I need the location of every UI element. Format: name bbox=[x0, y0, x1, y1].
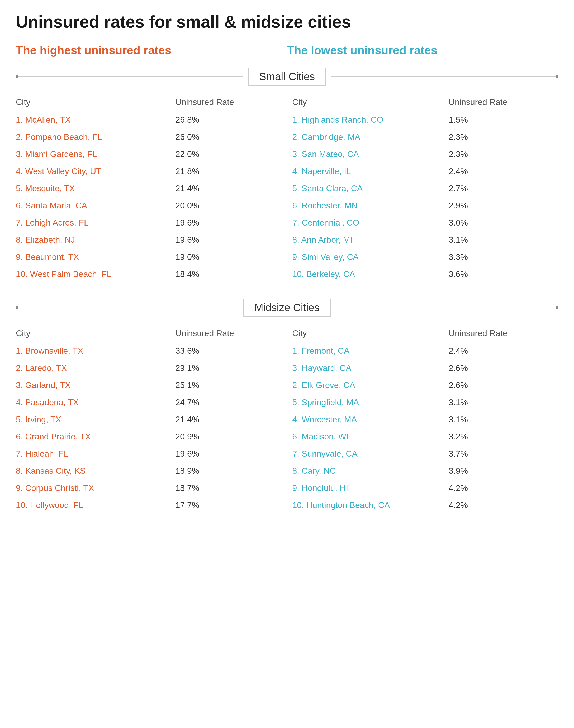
small-cities-lowest-table: City Uninsured Rate 1. Highlands Ranch, … bbox=[292, 94, 553, 283]
rate-cell: 24.7% bbox=[175, 394, 282, 411]
table-row: 4. Worcester, MA3.1% bbox=[292, 411, 553, 428]
rate-cell: 4.2% bbox=[449, 497, 553, 514]
table-row: 2. Cambridge, MA2.3% bbox=[292, 129, 553, 146]
city-name-cell: 2. Elk Grove, CA bbox=[292, 377, 449, 394]
city-name-cell: 6. Madison, WI bbox=[292, 428, 449, 445]
midsize-high-city-header: City bbox=[16, 325, 175, 343]
midsize-cities-lowest: City Uninsured Rate 1. Fremont, CA2.4%3.… bbox=[287, 325, 559, 514]
rate-cell: 19.6% bbox=[175, 445, 282, 462]
midsize-divider-line-right bbox=[336, 308, 558, 308]
city-name-cell: 2. Cambridge, MA bbox=[292, 129, 449, 146]
small-cities-label: Small Cities bbox=[248, 67, 326, 86]
table-row: 2. Pompano Beach, FL26.0% bbox=[16, 129, 282, 146]
city-name-cell: 10. West Palm Beach, FL bbox=[16, 266, 175, 283]
city-name-cell: 5. Springfield, MA bbox=[292, 394, 449, 411]
city-name-cell: 8. Elizabeth, NJ bbox=[16, 231, 175, 248]
table-row: 1. Brownsville, TX33.6% bbox=[16, 343, 282, 360]
rate-cell: 20.0% bbox=[175, 197, 282, 214]
rate-cell: 3.6% bbox=[449, 266, 553, 283]
table-row: 4. Naperville, IL2.4% bbox=[292, 163, 553, 180]
city-name-cell: 7. Hialeah, FL bbox=[16, 445, 175, 462]
city-name-cell: 8. Ann Arbor, MI bbox=[292, 231, 449, 248]
city-name-cell: 9. Beaumont, TX bbox=[16, 248, 175, 266]
rate-cell: 29.1% bbox=[175, 360, 282, 377]
city-name-cell: 1. McAllen, TX bbox=[16, 111, 175, 129]
city-name-cell: 3. Hayward, CA bbox=[292, 360, 449, 377]
city-name-cell: 2. Pompano Beach, FL bbox=[16, 129, 175, 146]
city-name-cell: 4. Pasadena, TX bbox=[16, 394, 175, 411]
city-name-cell: 4. Worcester, MA bbox=[292, 411, 449, 428]
city-name-cell: 2. Laredo, TX bbox=[16, 360, 175, 377]
rate-cell: 25.1% bbox=[175, 377, 282, 394]
city-name-cell: 8. Kansas City, KS bbox=[16, 462, 175, 480]
rate-cell: 3.1% bbox=[449, 231, 553, 248]
city-name-cell: 6. Santa Maria, CA bbox=[16, 197, 175, 214]
rate-cell: 33.6% bbox=[175, 343, 282, 360]
rate-cell: 19.6% bbox=[175, 231, 282, 248]
table-row: 8. Kansas City, KS18.9% bbox=[16, 462, 282, 480]
table-row: 10. Huntington Beach, CA4.2% bbox=[292, 497, 553, 514]
rate-cell: 1.5% bbox=[449, 111, 553, 129]
city-name-cell: 5. Santa Clara, CA bbox=[292, 180, 449, 197]
small-cities-section: City Uninsured Rate 1. McAllen, TX26.8%2… bbox=[16, 94, 558, 283]
rate-cell: 2.3% bbox=[449, 146, 553, 163]
city-name-cell: 4. Naperville, IL bbox=[292, 163, 449, 180]
table-row: 8. Ann Arbor, MI3.1% bbox=[292, 231, 553, 248]
city-name-cell: 1. Brownsville, TX bbox=[16, 343, 175, 360]
city-name-cell: 3. San Mateo, CA bbox=[292, 146, 449, 163]
city-name-cell: 4. West Valley City, UT bbox=[16, 163, 175, 180]
table-row: 7. Hialeah, FL19.6% bbox=[16, 445, 282, 462]
rate-cell: 3.7% bbox=[449, 445, 553, 462]
rate-cell: 19.0% bbox=[175, 248, 282, 266]
table-row: 8. Elizabeth, NJ19.6% bbox=[16, 231, 282, 248]
rate-cell: 21.4% bbox=[175, 411, 282, 428]
small-low-city-header: City bbox=[292, 94, 449, 111]
rate-cell: 26.0% bbox=[175, 129, 282, 146]
city-name-cell: 10. Berkeley, CA bbox=[292, 266, 449, 283]
rate-cell: 26.8% bbox=[175, 111, 282, 129]
table-row: 5. Irving, TX21.4% bbox=[16, 411, 282, 428]
table-row: 8. Cary, NC3.9% bbox=[292, 462, 553, 480]
rate-cell: 17.7% bbox=[175, 497, 282, 514]
rate-cell: 19.6% bbox=[175, 214, 282, 231]
rate-cell: 2.9% bbox=[449, 197, 553, 214]
rate-cell: 2.3% bbox=[449, 129, 553, 146]
city-name-cell: 10. Huntington Beach, CA bbox=[292, 497, 449, 514]
rate-cell: 3.1% bbox=[449, 411, 553, 428]
table-row: 4. West Valley City, UT21.8% bbox=[16, 163, 282, 180]
city-name-cell: 9. Honolulu, HI bbox=[292, 480, 449, 497]
table-row: 10. West Palm Beach, FL18.4% bbox=[16, 266, 282, 283]
rate-cell: 2.7% bbox=[449, 180, 553, 197]
city-name-cell: 7. Sunnyvale, CA bbox=[292, 445, 449, 462]
city-name-cell: 3. Miami Gardens, FL bbox=[16, 146, 175, 163]
rate-cell: 3.2% bbox=[449, 428, 553, 445]
table-row: 9. Corpus Christi, TX18.7% bbox=[16, 480, 282, 497]
table-row: 9. Honolulu, HI4.2% bbox=[292, 480, 553, 497]
table-row: 4. Pasadena, TX24.7% bbox=[16, 394, 282, 411]
rate-cell: 3.0% bbox=[449, 214, 553, 231]
table-row: 9. Beaumont, TX19.0% bbox=[16, 248, 282, 266]
rate-cell: 21.4% bbox=[175, 180, 282, 197]
table-row: 1. Highlands Ranch, CO1.5% bbox=[292, 111, 553, 129]
table-row: 1. McAllen, TX26.8% bbox=[16, 111, 282, 129]
small-high-rate-header: Uninsured Rate bbox=[175, 94, 282, 111]
midsize-low-city-header: City bbox=[292, 325, 449, 343]
midsize-cities-section: City Uninsured Rate 1. Brownsville, TX33… bbox=[16, 325, 558, 514]
highest-header: The highest uninsured rates bbox=[16, 44, 287, 57]
midsize-low-rate-header: Uninsured Rate bbox=[449, 325, 553, 343]
city-name-cell: 7. Lehigh Acres, FL bbox=[16, 214, 175, 231]
small-high-city-header: City bbox=[16, 94, 175, 111]
small-low-rate-header: Uninsured Rate bbox=[449, 94, 553, 111]
midsize-cities-highest: City Uninsured Rate 1. Brownsville, TX33… bbox=[16, 325, 287, 514]
table-row: 3. Miami Gardens, FL22.0% bbox=[16, 146, 282, 163]
rate-cell: 2.6% bbox=[449, 360, 553, 377]
city-name-cell: 5. Irving, TX bbox=[16, 411, 175, 428]
city-name-cell: 6. Rochester, MN bbox=[292, 197, 449, 214]
table-row: 3. Hayward, CA2.6% bbox=[292, 360, 553, 377]
rate-cell: 3.1% bbox=[449, 394, 553, 411]
table-row: 6. Rochester, MN2.9% bbox=[292, 197, 553, 214]
rate-cell: 3.3% bbox=[449, 248, 553, 266]
city-name-cell: 6. Grand Prairie, TX bbox=[16, 428, 175, 445]
table-row: 2. Elk Grove, CA2.6% bbox=[292, 377, 553, 394]
section-headers: The highest uninsured rates The lowest u… bbox=[16, 44, 558, 57]
